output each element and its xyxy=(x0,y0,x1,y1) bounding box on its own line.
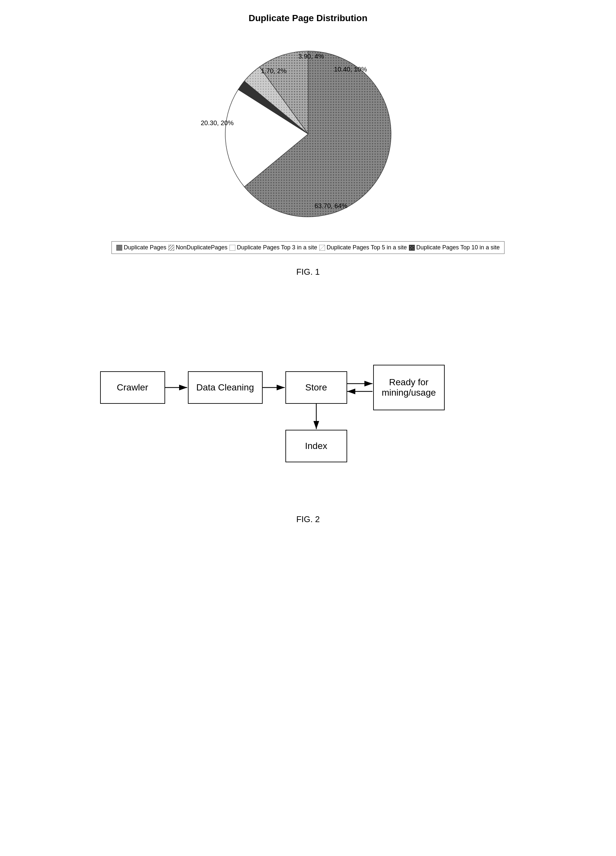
fig2-label: FIG. 2 xyxy=(296,514,320,524)
legend-item-top3: Duplicate Pages Top 3 in a site xyxy=(229,244,317,251)
flowchart: Crawler Data Cleaning Store Ready formin… xyxy=(81,309,536,498)
pie-chart-container: 10.40, 10% 3.90, 4% 1.70, 2% 20.30, 20% … xyxy=(194,33,422,235)
label-63-70: 63.70, 64% xyxy=(315,202,348,210)
box-crawler: Crawler xyxy=(100,371,165,404)
legend-item-top10: Duplicate Pages Top 10 in a site xyxy=(409,244,500,251)
legend-icon-top10 xyxy=(409,245,415,251)
legend-item-duplicate-pages: Duplicate Pages xyxy=(116,244,166,251)
label-10-40: 10.40, 10% xyxy=(334,66,367,73)
legend-label-duplicate-pages: Duplicate Pages xyxy=(124,244,166,251)
label-1-70: 1.70, 2% xyxy=(261,67,287,75)
label-20-30: 20.30, 20% xyxy=(201,119,234,127)
box-store-label: Store xyxy=(305,382,327,393)
box-crawler-label: Crawler xyxy=(117,382,148,393)
chart-title: Duplicate Page Distribution xyxy=(249,13,368,23)
arrow-svg xyxy=(81,309,536,498)
legend-icon-top5 xyxy=(319,245,325,251)
svg-rect-17 xyxy=(168,245,174,251)
fig2-section: Crawler Data Cleaning Store Ready formin… xyxy=(0,297,616,544)
legend-label-top5: Duplicate Pages Top 5 in a site xyxy=(327,244,407,251)
svg-point-22 xyxy=(410,246,411,247)
legend-item-top5: Duplicate Pages Top 5 in a site xyxy=(319,244,407,251)
legend-label-top3: Duplicate Pages Top 3 in a site xyxy=(237,244,317,251)
box-store: Store xyxy=(285,371,347,404)
page: Duplicate Page Distribution xyxy=(0,0,616,856)
box-index: Index xyxy=(285,430,347,462)
svg-rect-16 xyxy=(116,245,122,251)
box-ready: Ready formining/usage xyxy=(373,365,445,410)
svg-point-25 xyxy=(413,248,413,249)
svg-point-24 xyxy=(410,248,411,249)
fig1-section: Duplicate Page Distribution xyxy=(0,0,616,297)
legend-icon-nonduplicate xyxy=(168,245,174,251)
box-data-cleaning-label: Data Cleaning xyxy=(196,382,254,393)
legend-item-nonduplicate: NonDuplicatePages xyxy=(168,244,228,251)
box-index-label: Index xyxy=(305,441,327,451)
fig1-label: FIG. 1 xyxy=(296,267,320,277)
box-ready-label: Ready formining/usage xyxy=(382,377,436,398)
legend-label-nonduplicate: NonDuplicatePages xyxy=(176,244,228,251)
box-data-cleaning: Data Cleaning xyxy=(188,371,263,404)
pie-svg xyxy=(194,33,422,235)
svg-point-26 xyxy=(411,247,412,248)
chart-legend: Duplicate Pages NonDuplicatePages Duplic… xyxy=(111,241,505,254)
svg-point-23 xyxy=(413,246,413,247)
legend-icon-duplicate-pages xyxy=(116,245,122,251)
label-3-90: 3.90, 4% xyxy=(299,53,324,60)
svg-rect-18 xyxy=(229,245,236,251)
legend-label-top10: Duplicate Pages Top 10 in a site xyxy=(416,244,500,251)
legend-icon-top3 xyxy=(229,245,236,251)
